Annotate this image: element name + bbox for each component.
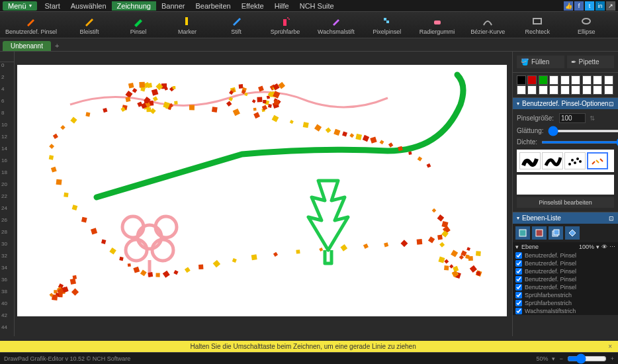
layer-visibility-checkbox[interactable]: [515, 300, 522, 306]
color-swatch[interactable]: [517, 75, 526, 85]
brush-size-input[interactable]: [559, 113, 586, 123]
facebook-icon[interactable]: f: [574, 1, 584, 11]
dropdown-icon[interactable]: ▾: [596, 244, 599, 250]
layer-visibility-checkbox[interactable]: [515, 284, 522, 291]
layer-more-button[interactable]: [565, 226, 580, 240]
layer-visibility-checkbox[interactable]: [515, 308, 522, 314]
brush-preset-4[interactable]: [587, 152, 608, 169]
color-swatch[interactable]: [549, 85, 558, 95]
svg-rect-22: [554, 230, 559, 235]
layer-delete-button[interactable]: [532, 226, 547, 240]
layer-item[interactable]: Benutzerdef. Pinsel: [513, 251, 618, 259]
tool-pen[interactable]: Stift: [220, 15, 253, 35]
thumb-icon[interactable]: 👍: [564, 1, 573, 11]
layer-item[interactable]: Benutzerdef. Pinsel: [513, 267, 618, 275]
canvas-container[interactable]: [15, 62, 512, 336]
tab-document[interactable]: Unbenannt: [3, 41, 51, 51]
color-swatch[interactable]: [527, 75, 537, 85]
linkedin-icon[interactable]: in: [596, 1, 605, 11]
menubar: Menü Start Auswählen Zeichnung Banner Be…: [0, 0, 618, 12]
brush-preset-1[interactable]: [519, 152, 541, 169]
zoom-out-button[interactable]: −: [559, 355, 562, 362]
brush-panel-header[interactable]: Benutzerdef. Pinsel-Optionen ⊡: [513, 98, 618, 109]
panel-collapse-icon[interactable]: ⊡: [609, 215, 614, 222]
menu-nch[interactable]: NCH Suite: [294, 1, 339, 11]
layer-item[interactable]: Benutzerdef. Pinsel: [513, 283, 618, 291]
share-icon[interactable]: ↗: [606, 1, 615, 11]
color-swatch[interactable]: [571, 85, 580, 95]
tool-custom-brush[interactable]: Benutzerdef. Pinsel: [5, 15, 57, 35]
layers-panel-header[interactable]: Ebenen-Liste ⊡: [513, 212, 618, 224]
color-swatch[interactable]: [527, 85, 537, 95]
zoom-in-button[interactable]: +: [611, 355, 614, 362]
pipette-tool[interactable]: ✒ Pipette: [567, 56, 615, 68]
more-icon[interactable]: ⋯: [609, 244, 615, 250]
density-slider[interactable]: [541, 141, 618, 144]
hint-close-button[interactable]: ×: [604, 343, 616, 350]
color-swatch[interactable]: [549, 75, 558, 85]
svg-rect-4: [384, 18, 386, 21]
layer-add-button[interactable]: [515, 226, 530, 240]
tool-pencil[interactable]: Bleistift: [73, 15, 106, 35]
layer-dup-button[interactable]: [549, 226, 563, 240]
layer-visibility-checkbox[interactable]: [515, 268, 522, 275]
menu-banner[interactable]: Banner: [156, 1, 190, 11]
tool-pixel[interactable]: Pixelpinsel: [371, 15, 404, 35]
color-swatch[interactable]: [560, 75, 570, 85]
layer-visibility-checkbox[interactable]: [515, 260, 522, 267]
smooth-slider[interactable]: [548, 130, 618, 132]
layer-item[interactable]: Sprühfarbenstrich: [513, 291, 618, 299]
chevron-down-icon[interactable]: ▾: [515, 244, 519, 250]
visibility-icon[interactable]: 👁: [601, 244, 607, 250]
color-swatch[interactable]: [539, 85, 548, 95]
canvas[interactable]: [17, 65, 507, 316]
color-swatch[interactable]: [604, 85, 613, 95]
color-swatch[interactable]: [539, 75, 548, 85]
color-swatch[interactable]: [517, 85, 526, 95]
color-swatch[interactable]: [582, 75, 592, 85]
tool-marker[interactable]: Marker: [171, 15, 204, 35]
color-swatch[interactable]: [593, 85, 602, 95]
tool-bezier[interactable]: Bézier-Kurve: [470, 15, 505, 35]
twitter-icon[interactable]: t: [585, 1, 594, 11]
layer-visibility-checkbox[interactable]: [515, 252, 522, 259]
color-swatch[interactable]: [571, 75, 580, 85]
menu-button[interactable]: Menü: [3, 1, 37, 11]
tool-eraser[interactable]: Radiergummi: [419, 15, 455, 35]
menu-help[interactable]: Hilfe: [269, 1, 294, 11]
layer-item[interactable]: Wachsmalstiftstrich: [513, 307, 618, 315]
zoom-slider[interactable]: [567, 353, 607, 364]
layer-visibility-checkbox[interactable]: [515, 292, 522, 298]
layer-list: Benutzerdef. PinselBenutzerdef. PinselBe…: [513, 251, 618, 315]
tool-crayon[interactable]: Wachsmalstift: [318, 15, 355, 35]
layer-item[interactable]: Sprühfarbenstrich: [513, 299, 618, 307]
layer-visibility-checkbox[interactable]: [515, 276, 522, 283]
menu-select[interactable]: Auswählen: [66, 1, 112, 11]
fill-tool[interactable]: 🪣 Füllen: [517, 56, 564, 68]
tool-brush[interactable]: Pinsel: [122, 15, 155, 35]
stepper-icon[interactable]: ⇅: [590, 114, 595, 122]
tool-rect[interactable]: Rechteck: [521, 15, 554, 35]
tab-add-button[interactable]: +: [51, 40, 63, 51]
menu-effects[interactable]: Effekte: [236, 1, 269, 11]
color-swatch[interactable]: [582, 85, 592, 95]
menu-drawing[interactable]: Zeichnung: [112, 1, 156, 11]
tool-spray[interactable]: Sprühfarbe: [269, 15, 302, 35]
menu-start[interactable]: Start: [40, 1, 66, 11]
canvas-area: 0246810121416182022242628303234363840424…: [0, 52, 512, 336]
edit-brush-button[interactable]: Pinselstil bearbeiten: [517, 197, 614, 208]
menu-edit[interactable]: Bearbeiten: [190, 1, 236, 11]
ruler-vertical: 0246810121416182022242628303234363840424…: [0, 62, 15, 336]
tool-ellipse[interactable]: Ellipse: [570, 15, 603, 35]
color-swatch[interactable]: [604, 75, 613, 85]
layer-item[interactable]: Benutzerdef. Pinsel: [513, 275, 618, 283]
layer-item[interactable]: Benutzerdef. Pinsel: [513, 259, 618, 267]
panel-collapse-icon[interactable]: ⊡: [609, 101, 614, 107]
svg-point-15: [571, 159, 574, 161]
brush-preset-3[interactable]: [564, 152, 586, 169]
color-swatch[interactable]: [593, 75, 602, 85]
brush-preset-2[interactable]: [542, 152, 563, 169]
brush-options-panel: Benutzerdef. Pinsel-Optionen ⊡ Pinselgrö…: [513, 97, 618, 212]
zoom-dropdown-icon[interactable]: ▾: [552, 355, 555, 362]
color-swatch[interactable]: [560, 85, 570, 95]
